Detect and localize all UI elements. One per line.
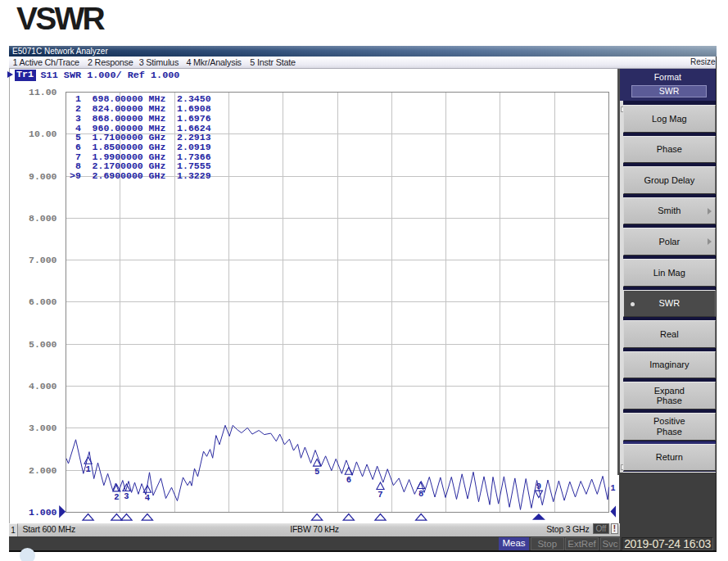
svg-text:2: 2 [114, 492, 119, 502]
svg-text:1: 1 [85, 464, 90, 474]
svg-text:4: 4 [145, 493, 150, 503]
svg-text:5: 5 [314, 467, 319, 477]
svg-text:7: 7 [378, 490, 382, 500]
svg-text:8: 8 [418, 489, 423, 499]
svg-text:3: 3 [124, 491, 129, 501]
svg-text:1: 1 [611, 484, 616, 493]
svg-text:6: 6 [346, 475, 351, 485]
svg-text:9: 9 [536, 482, 541, 491]
